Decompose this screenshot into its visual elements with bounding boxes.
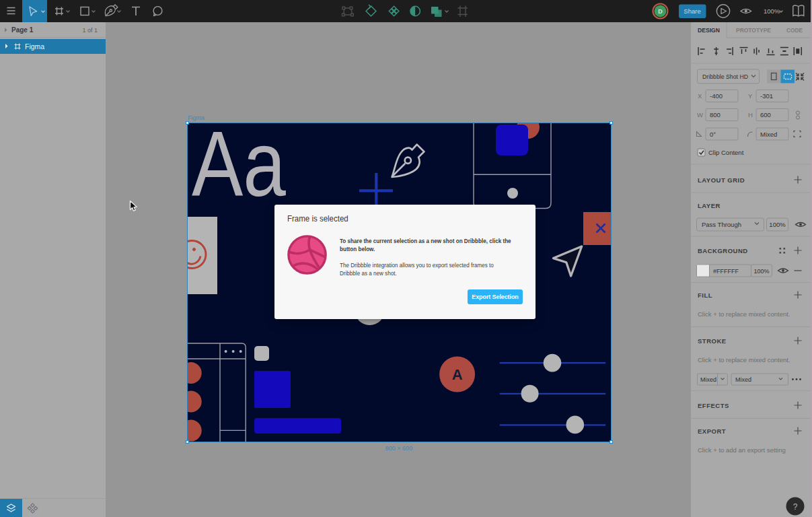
svg-text:FILL: FILL [698,291,712,299]
svg-text:-400: -400 [710,92,723,100]
svg-text:100%: 100% [769,221,786,228]
svg-text:Click + to replace mixed conte: Click + to replace mixed content. [698,310,790,318]
svg-text:Mixed: Mixed [700,376,716,383]
svg-text:?: ? [793,502,798,512]
svg-text:100%: 100% [753,268,769,275]
svg-text:1 of 1: 1 of 1 [82,27,98,34]
svg-text:Mixed: Mixed [735,376,751,383]
svg-text:LAYOUT GRID: LAYOUT GRID [698,176,745,184]
svg-text:A: A [452,366,463,383]
svg-text:Page 1: Page 1 [11,26,34,34]
svg-text:Aa: Aa [192,123,287,215]
svg-text:Clip Content: Clip Content [708,149,744,156]
svg-text:Y: Y [748,92,753,100]
svg-text:W: W [697,111,703,118]
svg-text:X: X [698,92,702,100]
svg-text:Pass Through: Pass Through [702,221,741,228]
svg-text:800: 800 [710,111,721,118]
svg-text:EXPORT: EXPORT [698,427,726,435]
svg-text:CODE: CODE [786,27,803,34]
svg-text:Figma: Figma [25,42,44,50]
svg-text:Share: Share [684,7,700,15]
svg-text:Click + to add an export setti: Click + to add an export setting [698,446,786,454]
svg-text:LAYER: LAYER [698,202,721,209]
svg-text:100%: 100% [764,7,780,15]
svg-text:BACKGROUND: BACKGROUND [698,247,748,254]
svg-text:D: D [658,8,663,15]
svg-text:Mixed: Mixed [760,131,777,138]
svg-text:0°: 0° [710,131,716,138]
svg-text:PROTOTYPE: PROTOTYPE [736,27,771,34]
svg-text:DESIGN: DESIGN [698,27,720,34]
svg-text:H: H [748,111,753,118]
svg-text:#FFFFFF: #FFFFFF [713,268,739,275]
svg-text:-301: -301 [760,92,773,100]
svg-text:Click + to replace mixed conte: Click + to replace mixed content. [698,356,790,364]
svg-text:Dribbble Shot HD: Dribbble Shot HD [702,73,748,80]
svg-text:EFFECTS: EFFECTS [698,402,729,409]
svg-text:600: 600 [760,111,771,118]
svg-text:STROKE: STROKE [698,337,727,345]
